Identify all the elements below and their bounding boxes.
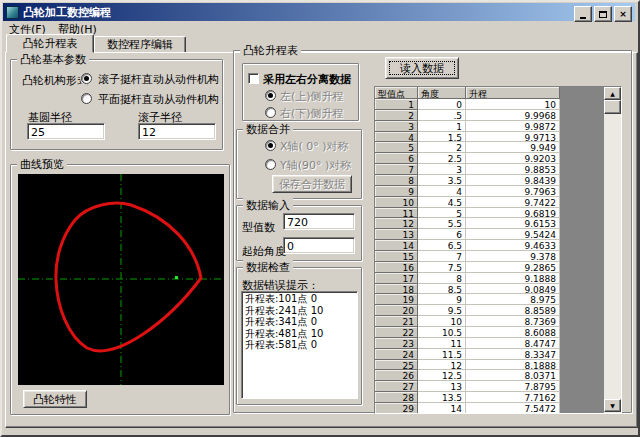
table-cell[interactable]: 9.0849: [466, 284, 560, 295]
scroll-up-button[interactable]: ▲: [604, 87, 621, 100]
table-cell[interactable]: 23: [375, 338, 418, 349]
table-row[interactable]: 146.59.4633: [375, 240, 621, 251]
table-cell[interactable]: 1: [375, 99, 418, 110]
table-cell[interactable]: 8.3347: [466, 349, 560, 360]
table-cell[interactable]: 6.5: [418, 240, 466, 251]
list-item[interactable]: 升程表:341点 0: [245, 316, 357, 328]
table-cell[interactable]: 8.4747: [466, 338, 560, 349]
table-cell[interactable]: 12.5: [418, 370, 466, 381]
tab-lift-table[interactable]: 凸轮升程表: [6, 34, 94, 53]
table-cell[interactable]: 13.5: [418, 392, 466, 403]
table-cell[interactable]: 9.9713: [466, 132, 560, 143]
table-cell[interactable]: 7: [418, 251, 466, 262]
table-cell[interactable]: 3.5: [418, 175, 466, 186]
table-row[interactable]: 319.9872: [375, 121, 621, 132]
table-cell[interactable]: 28: [375, 392, 418, 403]
table-cell[interactable]: 9: [418, 294, 466, 305]
table-cell[interactable]: 9.7422: [466, 197, 560, 208]
table-cell[interactable]: 15: [375, 251, 418, 262]
table-row[interactable]: 209.58.8589: [375, 305, 621, 316]
table-row[interactable]: 29147.5472: [375, 403, 621, 414]
table-cell[interactable]: 17: [375, 273, 418, 284]
table-row[interactable]: 167.59.2865: [375, 262, 621, 273]
table-cell[interactable]: 14: [375, 240, 418, 251]
table-cell[interactable]: 9.1888: [466, 273, 560, 284]
table-cell[interactable]: 6: [375, 153, 418, 164]
table-cell[interactable]: 8.0371: [466, 370, 560, 381]
table-cell[interactable]: 25: [375, 360, 418, 371]
table-cell[interactable]: 1.5: [418, 132, 466, 143]
table-row[interactable]: 1369.5424: [375, 229, 621, 240]
table-cell[interactable]: 8: [418, 273, 466, 284]
list-item[interactable]: 升程表:101点 0: [245, 293, 357, 305]
table-row[interactable]: 83.59.8439: [375, 175, 621, 186]
list-item[interactable]: 升程表:581点 0: [245, 339, 357, 351]
table-cell[interactable]: 8.1888: [466, 360, 560, 371]
table-cell[interactable]: 7.7162: [466, 392, 560, 403]
radio-flat-follower-label[interactable]: 平面挺杆直动从动件机构: [98, 92, 219, 107]
table-cell[interactable]: 9.6153: [466, 218, 560, 229]
table-cell[interactable]: 5.5: [418, 218, 466, 229]
table-cell[interactable]: 29: [375, 403, 418, 414]
table-row[interactable]: 23118.4747: [375, 338, 621, 349]
table-cell[interactable]: 9.8439: [466, 175, 560, 186]
table-cell[interactable]: 10: [466, 99, 560, 110]
scroll-thumb[interactable]: [604, 100, 621, 114]
table-cell[interactable]: 9.9968: [466, 110, 560, 121]
table-cell[interactable]: 2: [375, 110, 418, 121]
table-cell[interactable]: 8: [375, 175, 418, 186]
table-cell[interactable]: 10: [418, 316, 466, 327]
roller-radius-input[interactable]: 12: [138, 123, 216, 140]
minimize-button[interactable]: [574, 6, 592, 22]
split-data-checkbox-label[interactable]: 采用左右分离数据: [263, 72, 351, 87]
radio-roller-follower[interactable]: [81, 73, 92, 84]
table-cell[interactable]: 14: [418, 403, 466, 414]
table-cell[interactable]: 9.6819: [466, 208, 560, 219]
table-cell[interactable]: 13: [375, 229, 418, 240]
table-cell[interactable]: 9.7963: [466, 186, 560, 197]
table-cell[interactable]: 9.9872: [466, 121, 560, 132]
table-cell[interactable]: 4: [418, 186, 466, 197]
table-cell[interactable]: 27: [375, 381, 418, 392]
table-row[interactable]: 62.59.9203: [375, 153, 621, 164]
table-cell[interactable]: 18: [375, 284, 418, 295]
table-cell[interactable]: 9.4633: [466, 240, 560, 251]
table-cell[interactable]: 2.5: [418, 153, 466, 164]
table-row[interactable]: 125.59.6153: [375, 218, 621, 229]
start-angle-input[interactable]: 0: [283, 237, 355, 254]
table-cell[interactable]: 8.7369: [466, 316, 560, 327]
table-cell[interactable]: 12: [375, 218, 418, 229]
table-cell[interactable]: 7: [375, 164, 418, 175]
table-cell[interactable]: 12: [418, 360, 466, 371]
table-row[interactable]: 1159.6819: [375, 208, 621, 219]
title-bar[interactable]: 凸轮加工数控编程 ×: [3, 3, 635, 21]
radio-roller-follower-label[interactable]: 滚子挺杆直动从动件机构: [98, 72, 219, 87]
maximize-button[interactable]: [594, 6, 612, 22]
table-row[interactable]: 2.59.9968: [375, 110, 621, 121]
table-cell[interactable]: 2: [418, 142, 466, 153]
table-row[interactable]: 188.59.0849: [375, 284, 621, 295]
table-row[interactable]: 2411.58.3347: [375, 349, 621, 360]
scroll-down-button[interactable]: ▼: [604, 399, 621, 412]
table-cell[interactable]: 9.378: [466, 251, 560, 262]
table-row[interactable]: 1579.378: [375, 251, 621, 262]
table-row[interactable]: 27137.8795: [375, 381, 621, 392]
table-cell[interactable]: 3: [375, 121, 418, 132]
lift-table[interactable]: 型值点 角度 升程 10102.59.9968319.987241.59.971…: [374, 86, 622, 414]
table-cell[interactable]: 24: [375, 349, 418, 360]
table-row[interactable]: 529.949: [375, 142, 621, 153]
base-radius-input[interactable]: 25: [27, 123, 105, 140]
table-cell[interactable]: 21: [375, 316, 418, 327]
table-cell[interactable]: 11: [418, 338, 466, 349]
table-cell[interactable]: 20: [375, 305, 418, 316]
lift-table-scrollbar[interactable]: ▲ ▼: [604, 87, 621, 413]
type-count-input[interactable]: 720: [283, 213, 355, 230]
table-cell[interactable]: 5: [418, 208, 466, 219]
table-cell[interactable]: 6: [418, 229, 466, 240]
table-cell[interactable]: 9.949: [466, 142, 560, 153]
table-cell[interactable]: 13: [418, 381, 466, 392]
table-cell[interactable]: 26: [375, 370, 418, 381]
table-cell[interactable]: 9.9203: [466, 153, 560, 164]
table-row[interactable]: 2612.58.0371: [375, 370, 621, 381]
table-cell[interactable]: 9.5424: [466, 229, 560, 240]
